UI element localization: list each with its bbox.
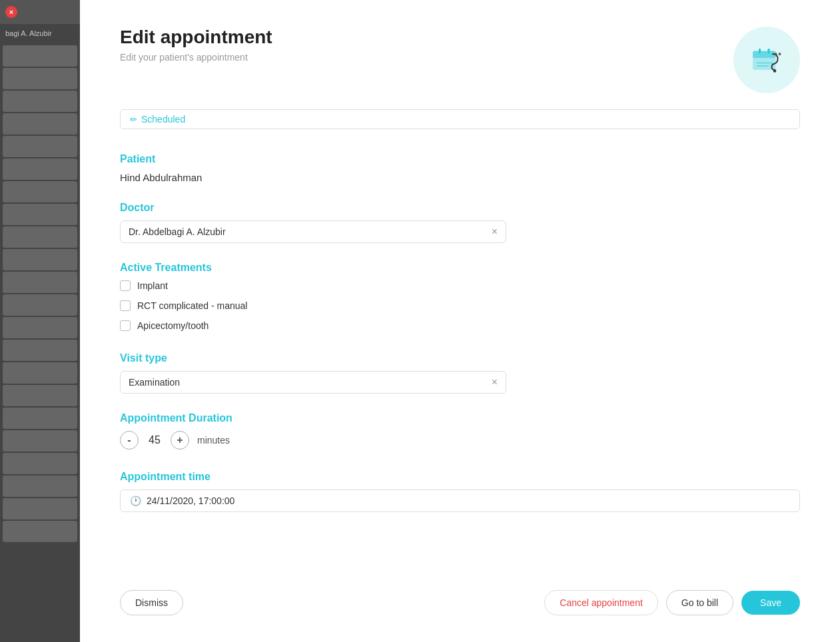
- svg-point-7: [775, 53, 777, 55]
- visit-type-value: Examination: [129, 377, 492, 388]
- modal-header: Edit appointment Edit your patient's app…: [120, 27, 800, 93]
- doctor-value: Dr. Abdelbagi A. Alzubir: [129, 226, 492, 237]
- doctor-clear-button[interactable]: ×: [492, 226, 498, 237]
- footer-left: Dismiss: [120, 590, 183, 615]
- svg-rect-5: [768, 49, 770, 54]
- treatment-label-apicectomy: Apicectomy/tooth: [137, 320, 209, 331]
- modal-footer: Dismiss Cancel appointment Go to bill Sa…: [120, 577, 800, 615]
- treatment-item-apicectomy[interactable]: Apicectomy/tooth: [120, 320, 800, 331]
- duration-section-label: Appointment Duration: [120, 412, 800, 424]
- edit-appointment-modal: Edit appointment Edit your patient's app…: [80, 0, 840, 642]
- duration-value: 45: [147, 434, 163, 446]
- svg-point-8: [779, 53, 781, 55]
- treatments-list: Implant RCT complicated - manual Apicect…: [120, 280, 800, 331]
- treatment-checkbox-rct[interactable]: [120, 300, 131, 311]
- doctor-section-label: Doctor: [120, 202, 800, 214]
- modal-title-block: Edit appointment Edit your patient's app…: [120, 27, 272, 63]
- modal-title: Edit appointment: [120, 27, 272, 48]
- visit-type-section-label: Visit type: [120, 352, 800, 364]
- active-treatments-section-label: Active Treatments: [120, 262, 800, 274]
- treatment-checkbox-apicectomy[interactable]: [120, 320, 131, 331]
- save-button[interactable]: Save: [741, 591, 800, 615]
- status-text: Scheduled: [141, 114, 185, 125]
- patient-name: Hind Abdulrahman: [120, 172, 800, 183]
- treatment-checkbox-implant[interactable]: [120, 280, 131, 291]
- modal-subtitle: Edit your patient's appointment: [120, 52, 272, 63]
- svg-point-6: [773, 69, 777, 73]
- status-badge[interactable]: ✏ Scheduled: [120, 109, 800, 129]
- appointment-time-field[interactable]: 🕐 24/11/2020, 17:00:00: [120, 489, 800, 512]
- visit-type-clear-button[interactable]: ×: [492, 377, 498, 388]
- pencil-icon: ✏: [130, 115, 137, 125]
- treatment-item-implant[interactable]: Implant: [120, 280, 800, 291]
- treatment-label-rct: RCT complicated - manual: [137, 300, 247, 311]
- doctor-field[interactable]: Dr. Abdelbagi A. Alzubir ×: [120, 220, 506, 243]
- go-to-bill-button[interactable]: Go to bill: [666, 590, 733, 615]
- duration-row: - 45 + minutes: [120, 431, 800, 450]
- duration-unit: minutes: [197, 435, 230, 446]
- visit-type-field[interactable]: Examination ×: [120, 371, 506, 394]
- modal-overlay: Edit appointment Edit your patient's app…: [0, 0, 840, 642]
- appointment-time-section-label: Appointment time: [120, 471, 800, 483]
- treatment-item-rct[interactable]: RCT complicated - manual: [120, 300, 800, 311]
- patient-section-label: Patient: [120, 153, 800, 165]
- treatment-label-implant: Implant: [137, 280, 168, 291]
- dismiss-button[interactable]: Dismiss: [120, 590, 183, 615]
- svg-rect-1: [753, 51, 776, 59]
- appointment-icon: [733, 27, 800, 93]
- duration-minus-button[interactable]: -: [120, 431, 139, 450]
- cancel-appointment-button[interactable]: Cancel appointment: [544, 590, 658, 615]
- footer-right: Cancel appointment Go to bill Save: [544, 590, 800, 615]
- svg-rect-4: [759, 49, 761, 54]
- appointment-time-value: 24/11/2020, 17:00:00: [147, 495, 234, 506]
- duration-plus-button[interactable]: +: [171, 431, 189, 450]
- clock-icon: 🕐: [130, 495, 141, 506]
